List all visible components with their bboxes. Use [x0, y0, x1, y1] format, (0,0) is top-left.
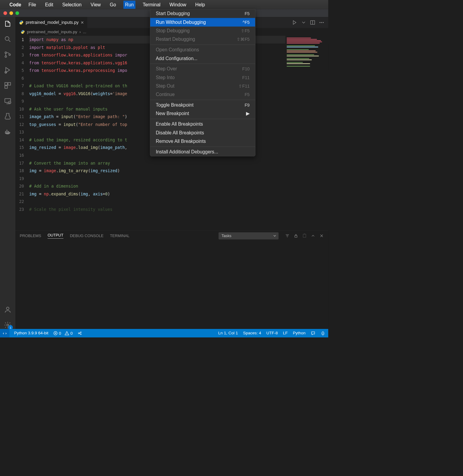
menu-item-label: Remove All Breakpoints	[156, 139, 206, 144]
svg-rect-21	[303, 234, 306, 237]
menu-shortcut: ⇧F5	[241, 28, 250, 34]
run-debug-icon[interactable]	[4, 66, 12, 74]
code-line[interactable]: # Convert the image into an array	[29, 159, 328, 167]
line-number: 21	[15, 190, 24, 198]
feedback-icon[interactable]	[311, 331, 316, 336]
chevron-down-icon	[273, 234, 277, 238]
svg-point-23	[78, 333, 79, 334]
tab-close-icon[interactable]: ×	[81, 20, 84, 26]
panel-tab-terminal[interactable]: TERMINAL	[110, 233, 130, 238]
close-panel-icon[interactable]	[319, 233, 324, 238]
chevron-down-icon[interactable]	[301, 20, 306, 25]
line-number: 5	[15, 66, 24, 74]
menu-edit[interactable]: Edit	[44, 1, 55, 9]
menu-item-new-breakpoint[interactable]: New Breakpoint▶	[150, 109, 255, 118]
status-language[interactable]: Python	[293, 331, 306, 336]
tab-active[interactable]: pretrained_model_inputs.py ×	[15, 17, 87, 28]
split-editor-icon[interactable]	[310, 20, 315, 25]
docker-icon[interactable]	[4, 128, 12, 136]
status-eol[interactable]: LF	[283, 331, 288, 336]
maximize-panel-icon[interactable]	[311, 233, 316, 238]
menu-window[interactable]: Window	[168, 1, 188, 9]
status-encoding[interactable]: UTF-8	[266, 331, 278, 336]
svg-point-17	[319, 22, 320, 23]
testing-icon[interactable]	[4, 112, 12, 120]
panel-tab-output[interactable]: OUTPUT	[47, 233, 63, 238]
menu-go[interactable]: Go	[108, 1, 118, 9]
menu-item-label: Step Out	[156, 83, 174, 89]
menu-item-label: Toggle Breakpoint	[156, 102, 193, 108]
output-content[interactable]	[15, 241, 328, 329]
code-line[interactable]	[29, 175, 328, 182]
more-actions-icon[interactable]	[319, 20, 324, 25]
search-icon[interactable]	[4, 35, 12, 43]
menu-selection[interactable]: Selection	[60, 1, 83, 9]
menu-item-stop-debugging: Stop Debugging⇧F5	[150, 27, 255, 35]
bottom-panel: PROBLEMS OUTPUT DEBUG CONSOLE TERMINAL T…	[15, 230, 328, 329]
code-line[interactable]: img = image.img_to_array(img_resized)	[29, 167, 328, 175]
line-number: 13	[15, 128, 24, 136]
status-live-share-icon[interactable]	[77, 331, 82, 336]
menu-item-start-debugging[interactable]: Start DebuggingF5	[150, 9, 255, 18]
menu-view[interactable]: View	[89, 1, 102, 9]
code-line[interactable]: # Add in a dimension	[29, 182, 328, 190]
menu-item-enable-all-breakpoints[interactable]: Enable All Breakpoints	[150, 120, 255, 128]
status-indent[interactable]: Spaces: 4	[243, 331, 261, 336]
code-line[interactable]: img = np.expand_dims(img, axis=0)	[29, 190, 328, 198]
line-number: 10	[15, 105, 24, 113]
svg-point-19	[323, 22, 324, 23]
run-file-icon[interactable]	[292, 20, 297, 25]
code-line[interactable]: # Scale the pixel intensity values	[29, 205, 328, 213]
line-number: 7	[15, 82, 24, 90]
status-cursor-position[interactable]: Ln 1, Col 1	[218, 331, 238, 336]
accounts-icon[interactable]	[4, 306, 12, 314]
menu-terminal[interactable]: Terminal	[141, 1, 162, 9]
menu-item-remove-all-breakpoints[interactable]: Remove All Breakpoints	[150, 137, 255, 146]
filter-icon[interactable]	[285, 233, 290, 238]
code-line[interactable]	[29, 198, 328, 205]
menu-item-label: New Breakpoint	[156, 111, 189, 116]
status-bar: Python 3.9.9 64-bit 0 0 Ln 1, Col 1 Spac…	[0, 329, 328, 337]
source-control-icon[interactable]	[4, 51, 12, 59]
svg-rect-5	[5, 82, 8, 85]
menu-item-label: Stop Debugging	[156, 28, 189, 34]
extensions-icon[interactable]	[4, 82, 12, 89]
menu-item-label: Enable All Breakpoints	[156, 121, 203, 127]
status-python-version[interactable]: Python 3.9.9 64-bit	[14, 331, 48, 336]
run-menu-dropdown: Start DebuggingF5Run Without Debugging^F…	[150, 9, 255, 156]
menu-item-step-over: Step OverF10	[150, 65, 255, 73]
clear-output-icon[interactable]	[302, 233, 307, 238]
line-number: 8	[15, 90, 24, 98]
output-channel-select[interactable]: Tasks	[219, 232, 279, 239]
menu-item-label: Restart Debugging	[156, 37, 195, 42]
menu-file[interactable]: File	[27, 1, 38, 9]
line-number: 14	[15, 136, 24, 144]
breadcrumb-file: pretrained_model_inputs.py	[27, 30, 77, 34]
menu-item-run-without-debugging[interactable]: Run Without Debugging^F5	[150, 18, 255, 27]
lock-scroll-icon[interactable]	[293, 233, 298, 238]
notifications-bell-icon[interactable]	[321, 331, 325, 336]
status-problems[interactable]: 0 0	[53, 331, 73, 336]
menu-item-add-configuration[interactable]: Add Configuration...	[150, 54, 255, 63]
app-name[interactable]: Code	[9, 2, 21, 7]
menu-item-install-additional-debuggers[interactable]: Install Additional Debuggers...	[150, 148, 255, 156]
remote-indicator-icon[interactable]	[0, 329, 9, 337]
macos-menubar: Code File Edit Selection View Go Run Ter…	[0, 0, 328, 9]
remote-explorer-icon[interactable]	[4, 97, 12, 105]
settings-badge: 1	[8, 325, 13, 330]
line-number: 11	[15, 113, 24, 121]
line-number: 16	[15, 151, 24, 159]
menu-item-toggle-breakpoint[interactable]: Toggle BreakpointF9	[150, 101, 255, 109]
editor-title-actions	[292, 17, 329, 28]
menu-help[interactable]: Help	[193, 1, 206, 9]
menu-shortcut: ⇧⌘F5	[237, 37, 250, 42]
line-number: 4	[15, 59, 24, 67]
minimap[interactable]	[285, 36, 328, 70]
explorer-icon[interactable]	[4, 20, 12, 28]
line-number: 6	[15, 74, 24, 82]
menu-item-disable-all-breakpoints[interactable]: Disable All Breakpoints	[150, 128, 255, 137]
panel-tab-debug-console[interactable]: DEBUG CONSOLE	[70, 233, 103, 238]
menu-run[interactable]: Run	[123, 1, 135, 9]
settings-gear-icon[interactable]: 1	[4, 321, 12, 329]
panel-tab-problems[interactable]: PROBLEMS	[20, 233, 41, 238]
